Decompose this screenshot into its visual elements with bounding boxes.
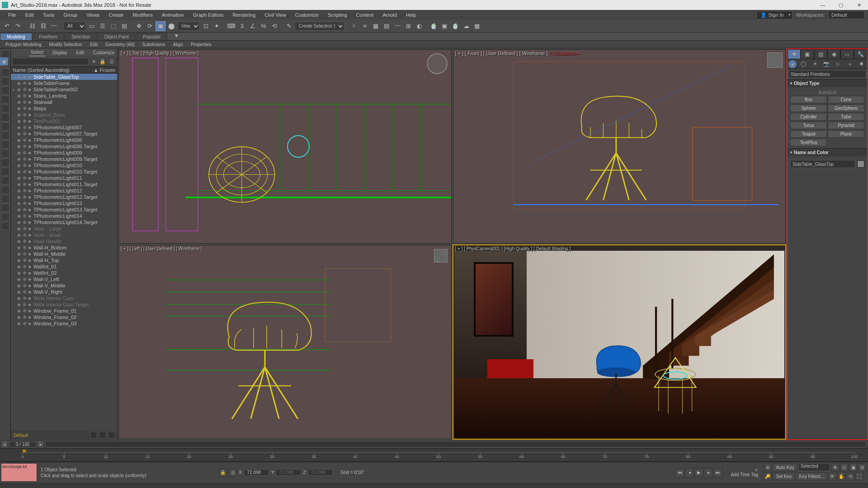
dock-icon[interactable] bbox=[1, 204, 9, 212]
placement-button[interactable]: ⬤ bbox=[166, 21, 176, 31]
scene-clear-icon[interactable]: ✕ bbox=[90, 57, 98, 66]
hierarchy-tab[interactable]: ▤ bbox=[814, 49, 827, 59]
scene-item[interactable]: ◉❄◆TPhotometricLight011.Target bbox=[11, 181, 117, 188]
motion-tab[interactable]: ◉ bbox=[827, 49, 840, 59]
display-tab[interactable]: ▭ bbox=[840, 49, 854, 59]
select-name-button[interactable]: ☰ bbox=[98, 21, 108, 31]
curve-editor-button[interactable]: 〰 bbox=[392, 21, 402, 31]
scene-item[interactable]: ◉❄◆WallInt_01 bbox=[11, 263, 117, 270]
coord-z[interactable]: 72.098 bbox=[308, 469, 333, 476]
schematic-button[interactable]: ⊞ bbox=[403, 21, 413, 31]
scene-item[interactable]: ◉❄◆Steps bbox=[11, 105, 117, 112]
scene-item[interactable]: ◉❄◆Vase - small bbox=[11, 232, 117, 238]
scene-tab-edit[interactable]: Edit bbox=[75, 49, 86, 56]
snap-toggle-button[interactable]: 3 bbox=[237, 21, 247, 31]
select-region-button[interactable]: ⬚ bbox=[108, 21, 118, 31]
primitive-torus-button[interactable]: Torus bbox=[790, 122, 827, 129]
nav-icon[interactable]: ✥ bbox=[831, 463, 839, 471]
ribbon-sub-geometry[interactable]: Geometry (All) bbox=[102, 42, 138, 47]
nav-icon[interactable]: ⟲ bbox=[846, 472, 854, 480]
dock-icon[interactable] bbox=[1, 86, 9, 94]
dock-icon[interactable] bbox=[1, 77, 9, 85]
keyboard-shortcut-button[interactable]: ⌨ bbox=[226, 21, 236, 31]
timeslider-track[interactable] bbox=[45, 441, 866, 447]
nav-icon[interactable]: ✋ bbox=[837, 472, 845, 480]
primitive-tube-button[interactable]: Tube bbox=[828, 113, 864, 121]
unlink-button[interactable]: ⛓̸ bbox=[38, 21, 48, 31]
signin-button[interactable]: 👤 Sign In bbox=[756, 11, 792, 19]
menu-file[interactable]: File bbox=[4, 11, 21, 19]
menu-customize[interactable]: Customize bbox=[291, 11, 323, 19]
ribbon-sub-polymodel[interactable]: Polygon Modeling bbox=[2, 42, 45, 47]
coord-x[interactable]: 72.098 bbox=[244, 469, 269, 476]
ribbon-overflow-icon[interactable]: ▾ bbox=[171, 30, 181, 40]
dock-icon[interactable] bbox=[1, 68, 9, 76]
primitive-cone-button[interactable]: Cone bbox=[828, 96, 864, 103]
undo-button[interactable]: ↶ bbox=[2, 21, 12, 31]
layer-icon[interactable] bbox=[99, 432, 106, 439]
scene-tab-customize[interactable]: Customize bbox=[91, 49, 116, 56]
menu-views[interactable]: Views bbox=[82, 11, 104, 19]
goto-end-button[interactable]: ⏭ bbox=[713, 468, 722, 477]
keyfilters-button[interactable]: Key Filters... bbox=[796, 472, 827, 480]
dock-icon[interactable] bbox=[1, 186, 9, 194]
scene-item[interactable]: ◉❄◆TPhotometricLight007 bbox=[11, 124, 117, 131]
scene-filter-icon[interactable]: ▣ bbox=[0, 57, 8, 66]
ribbon-sub-modifysel[interactable]: Modify Selection bbox=[46, 42, 86, 47]
pivot-button[interactable]: ⊡ bbox=[201, 21, 211, 31]
scene-item[interactable]: ◉❄◆Wide Interior Cam bbox=[11, 295, 117, 301]
viewcube-icon[interactable] bbox=[434, 249, 448, 263]
primitive-sphere-button[interactable]: Sphere bbox=[790, 104, 827, 112]
primitive-teapot-button[interactable]: Teapot bbox=[790, 130, 827, 138]
object-name-input[interactable] bbox=[790, 160, 855, 168]
scene-header-name[interactable]: Name (Sorted Ascending) bbox=[13, 67, 70, 73]
edit-selection-button[interactable]: ✎ bbox=[284, 21, 294, 31]
rotate-button[interactable]: ⟳ bbox=[145, 21, 155, 31]
viewport-left[interactable]: [ + ] [ Left ] [ User Defined ] [ Wirefr… bbox=[118, 245, 452, 439]
dock-icon[interactable] bbox=[1, 168, 9, 176]
addtimetag[interactable]: Add Time Tag bbox=[731, 472, 758, 477]
scene-item[interactable]: ◉❄◆WallInt_02 bbox=[11, 270, 117, 276]
nav-icon[interactable]: ⊡ bbox=[840, 463, 848, 471]
scene-item[interactable]: ◉❄◆TPhotometricLight009 bbox=[11, 150, 117, 156]
key-toggle-icon[interactable]: ⊕ bbox=[764, 463, 772, 471]
spinner-snap-button[interactable]: ⟲ bbox=[269, 21, 279, 31]
scene-item[interactable]: ◉❄◆Wall-V_Middle bbox=[11, 282, 117, 289]
scene-item[interactable]: ◉❄◆Wide Interior Cam.Target bbox=[11, 301, 117, 308]
timeslider-next[interactable]: ▸ bbox=[38, 441, 43, 447]
scene-list[interactable]: ◉❄◆SideTable_GlassTop◉❄◆SideTableFrame▸◉… bbox=[11, 74, 117, 430]
timeslider[interactable]: ◂ 0 / 100 ▸ bbox=[0, 440, 868, 448]
toggle-ribbon-button[interactable]: ▤ bbox=[382, 21, 392, 31]
coord-y[interactable]: 72.098 bbox=[276, 469, 301, 476]
workspace-select[interactable]: Default bbox=[828, 11, 864, 19]
material-editor-button[interactable]: ◐ bbox=[414, 21, 424, 31]
maximize-button[interactable]: ▢ bbox=[832, 0, 850, 10]
menu-grapheditors[interactable]: Graph Editors bbox=[189, 11, 228, 19]
scene-item[interactable]: ◉❄◆Stairs_Landing bbox=[11, 93, 117, 99]
scene-item[interactable]: ◉❄◆TPhotometricLight012.Target bbox=[11, 194, 117, 200]
layers-button[interactable]: ▦ bbox=[371, 21, 381, 31]
viewport-perspective[interactable]: [ + ] [ PhysCamera001 ] [High Quality ] … bbox=[453, 245, 786, 439]
menu-tools[interactable]: Tools bbox=[38, 11, 59, 19]
menu-create[interactable]: Create bbox=[104, 11, 128, 19]
scene-search-input[interactable] bbox=[12, 58, 89, 65]
scene-item[interactable]: ◉❄◆TPhotometricLight008 bbox=[11, 137, 117, 143]
primitive-textplus-button[interactable]: TextPlus bbox=[790, 139, 827, 146]
maxscript-listener[interactable]: MAXScript Mi bbox=[1, 463, 37, 482]
scene-item[interactable]: ◉❄◆Wall-V_Left bbox=[11, 276, 117, 282]
scale-button[interactable]: ▣ bbox=[156, 21, 165, 31]
render-setup-button[interactable]: 🍵 bbox=[429, 21, 439, 31]
menu-scripting[interactable]: Scripting bbox=[323, 11, 352, 19]
ribbon-tab-freeform[interactable]: Freeform bbox=[33, 33, 65, 40]
scene-header-frozen[interactable]: ▲ Frozen bbox=[94, 67, 115, 73]
layer-default[interactable]: Default bbox=[13, 433, 88, 438]
dock-icon[interactable] bbox=[1, 195, 9, 203]
scene-item[interactable]: ◉❄◆TPhotometricLight014 bbox=[11, 213, 117, 219]
create-tab[interactable]: ✚ bbox=[788, 49, 801, 59]
ribbon-tab-modeling[interactable]: Modeling bbox=[0, 33, 32, 40]
prev-frame-button[interactable]: ◂ bbox=[685, 468, 694, 477]
scene-item[interactable]: ◉❄◆Window_Frame_02 bbox=[11, 314, 117, 320]
scene-item[interactable]: ◉❄◆Window_Frame_03 bbox=[11, 320, 117, 327]
scene-item[interactable]: ◉❄◆TPhotometricLight014.Target bbox=[11, 219, 117, 225]
menu-edit[interactable]: Edit bbox=[21, 11, 38, 19]
